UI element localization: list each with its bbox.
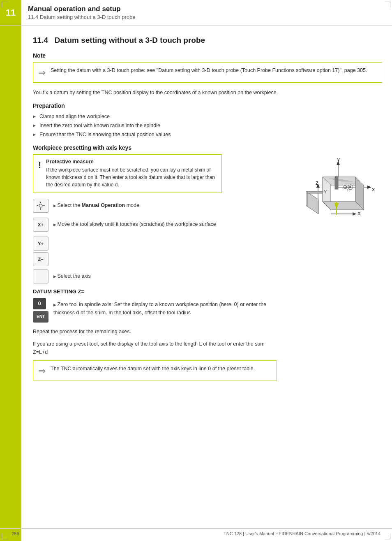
instruction-row-1: Select the Manual Operation mode: [33, 199, 277, 213]
instructions-col: ! Protective measure If the workpiece su…: [33, 154, 277, 387]
svg-marker-32: [353, 212, 357, 216]
page-number: 286: [12, 531, 19, 536]
header-text: Manual operation and setup 11.4 Datum se…: [21, 0, 142, 25]
blank-key[interactable]: [33, 269, 48, 283]
green-sidebar: [0, 26, 21, 541]
header-chapter-title: Manual operation and setup: [28, 5, 136, 13]
section-heading: 11.4 Datum setting without a 3-D touch p…: [33, 35, 382, 46]
svg-marker-38: [306, 191, 307, 206]
corner-tr: [385, 2, 390, 7]
note2-text: The TNC automatically saves the datum se…: [51, 365, 255, 373]
svg-point-0: [39, 204, 42, 207]
list-item: Insert the zero tool with known radius i…: [33, 121, 382, 130]
header-section-title: 11.4 Datum setting without a 3-D touch p…: [28, 14, 136, 20]
note-text: Setting the datum with a 3-D touch probe…: [51, 67, 367, 74]
section-number: 11.4: [33, 36, 48, 44]
svg-rect-3: [37, 205, 38, 206]
note-box-2: ⇒ The TNC automatically saves the datum …: [33, 360, 277, 381]
warning-title: Protective measure: [46, 159, 217, 165]
svg-marker-36: [306, 191, 318, 214]
copyright-text: TNC 128 | User's Manual HEIDENHAIN Conve…: [224, 531, 380, 536]
note-box: ⇒ Setting the datum with a 3-D touch pro…: [33, 62, 382, 83]
svg-point-24: [335, 176, 338, 178]
instruction-text-1: Select the Manual Operation mode: [53, 199, 139, 209]
svg-rect-23: [335, 177, 338, 189]
x-plus-key[interactable]: X+: [33, 218, 48, 232]
axis-keys-row: Y+ Z–: [33, 237, 277, 266]
workpiece-presetting-heading: Workpiece presetting with axis keys: [33, 144, 382, 151]
datum-instruction-text: Zero tool in spindle axis: Set the displ…: [53, 298, 277, 317]
body-text: You fix a datum by setting the TNC posit…: [33, 88, 382, 97]
manual-op-icon: [36, 201, 45, 210]
svg-text:R: R: [347, 188, 350, 192]
diagram-col: Y X Z: [284, 154, 382, 246]
note-label: Note: [33, 52, 382, 59]
repeat-text: Repeat the process for the remaining axe…: [33, 327, 277, 336]
list-item: Clamp and align the workpiece: [33, 112, 382, 121]
svg-text:X: X: [372, 187, 375, 192]
svg-text:Y: Y: [337, 158, 340, 163]
workpiece-diagram: Y X Z: [284, 154, 378, 245]
page-footer: 286 TNC 128 | User's Manual HEIDENHAIN C…: [0, 528, 392, 536]
warning-box: ! Protective measure If the workpiece su…: [33, 154, 222, 193]
svg-marker-10: [367, 186, 371, 189]
datum-heading: DATUM SETTING Z=: [33, 288, 277, 295]
instruction-text-2: Move the tool slowly until it touches (s…: [53, 218, 216, 228]
instruction-row-axis: Select the axis: [33, 269, 277, 283]
warning-content: Protective measure If the workpiece surf…: [46, 159, 217, 188]
note-arrow-icon: ⇒: [38, 67, 46, 78]
instruction-row-2: X+ Move the tool slowly until it touches…: [33, 218, 277, 232]
svg-text:Y: Y: [324, 189, 327, 194]
preparation-list: Clamp and align the workpiece Insert the…: [33, 112, 382, 139]
header-bar: 11 Manual operation and setup 11.4 Datum…: [0, 0, 392, 26]
preset-text: If you are using a preset tool, set the …: [33, 340, 277, 356]
content-area: 11.4 Datum setting without a 3-D touch p…: [0, 26, 392, 541]
y-plus-key[interactable]: Y+: [33, 237, 48, 251]
main-content: 11.4 Datum setting without a 3-D touch p…: [21, 26, 392, 541]
warning-text: If the workpiece surface must not be scr…: [46, 166, 217, 188]
section-title: Datum setting without a 3-D touch probe: [55, 36, 205, 44]
manual-op-key[interactable]: [33, 199, 48, 213]
svg-rect-1: [40, 202, 41, 203]
two-col-layout: ! Protective measure If the workpiece su…: [33, 154, 382, 387]
zero-key[interactable]: 0: [33, 298, 46, 309]
list-item: Ensure that the TNC is showing the actua…: [33, 130, 382, 139]
svg-marker-37: [306, 191, 323, 193]
select-axis-text: Select the axis: [53, 269, 91, 280]
svg-rect-4: [43, 205, 45, 206]
warning-icon: !: [38, 160, 41, 170]
corner-tl: [2, 2, 7, 7]
z-minus-key[interactable]: Z–: [33, 252, 48, 266]
ent-key[interactable]: ENT: [33, 311, 48, 323]
page-wrapper: 11 Manual operation and setup 11.4 Datum…: [0, 0, 392, 541]
svg-text:X: X: [357, 211, 361, 216]
note2-arrow-icon: ⇒: [38, 366, 46, 376]
datum-keys-stack: 0 ENT: [33, 298, 48, 323]
chapter-number: 11: [6, 7, 16, 18]
preparation-heading: Preparation: [33, 102, 382, 109]
datum-instruction-row: 0 ENT Zero tool in spindle axis: Set the…: [33, 298, 277, 323]
svg-rect-2: [40, 208, 41, 210]
